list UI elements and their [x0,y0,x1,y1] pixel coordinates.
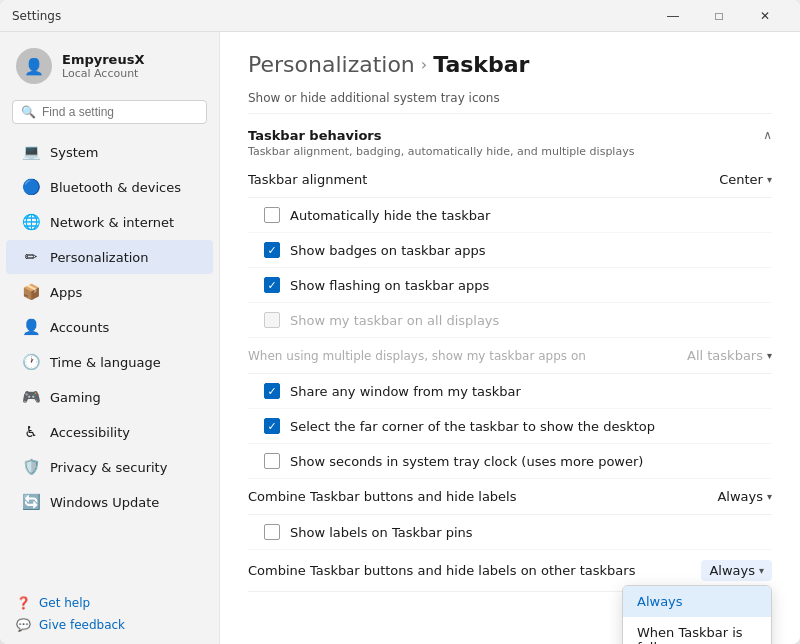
behaviors-section-header[interactable]: Taskbar behaviors Taskbar alignment, bad… [248,116,772,162]
combine-buttons-select[interactable]: Always ▾ [717,489,772,504]
maximize-button[interactable]: □ [696,0,742,32]
search-input[interactable] [42,105,198,119]
sidebar-item-label: Privacy & security [50,460,167,475]
window-title: Settings [12,9,650,23]
show-seconds-checkbox[interactable] [264,453,280,469]
far-corner-checkbox[interactable] [264,418,280,434]
far-corner-row: Select the far corner of the taskbar to … [248,409,772,444]
give-feedback-link[interactable]: 💬 Give feedback [16,618,203,632]
auto-hide-row: Automatically hide the taskbar [248,198,772,233]
close-button[interactable]: ✕ [742,0,788,32]
far-corner-label: Select the far corner of the taskbar to … [290,419,772,434]
content-body: Show or hide additional system tray icon… [220,85,800,612]
show-badges-checkbox[interactable] [264,242,280,258]
share-window-label: Share any window from my taskbar [290,384,772,399]
breadcrumb-separator: › [421,55,427,74]
dropdown-item-when-full[interactable]: When Taskbar is full [623,617,771,644]
feedback-icon: 💬 [16,618,31,632]
user-profile[interactable]: 👤 EmpyreusX Local Account [0,32,219,96]
show-labels-row: Show labels on Taskbar pins [248,515,772,550]
sidebar-item-accessibility[interactable]: ♿ Accessibility [6,415,213,449]
combine-other-value: Always [709,563,755,578]
system-icon: 💻 [22,143,40,161]
dropdown-popup: Always When Taskbar is full Never [622,585,772,644]
sidebar: 👤 EmpyreusX Local Account 🔍 💻 System 🔵 B… [0,32,220,644]
windows-update-icon: 🔄 [22,493,40,511]
dropdown-item-always[interactable]: Always [623,586,771,617]
personalization-icon: ✏️ [22,248,40,266]
sidebar-item-personalization[interactable]: ✏️ Personalization [6,240,213,274]
gaming-icon: 🎮 [22,388,40,406]
all-displays-checkbox[interactable] [264,312,280,328]
sidebar-item-network[interactable]: 🌐 Network & internet [6,205,213,239]
accessibility-icon: ♿ [22,423,40,441]
avatar: 👤 [16,48,52,84]
apps-icon: 📦 [22,283,40,301]
show-flashing-label: Show flashing on taskbar apps [290,278,772,293]
sidebar-item-label: Accounts [50,320,109,335]
sidebar-item-windows-update[interactable]: 🔄 Windows Update [6,485,213,519]
combine-other-dropdown-container: Always ▾ Always When Taskbar is full Nev… [701,560,772,581]
multiple-displays-select[interactable]: All taskbars ▾ [687,348,772,363]
sidebar-item-time[interactable]: 🕐 Time & language [6,345,213,379]
user-type: Local Account [62,67,144,80]
show-flashing-row: Show flashing on taskbar apps [248,268,772,303]
breadcrumb: Personalization › Taskbar [248,52,772,77]
section-chevron-icon: ∧ [763,128,772,142]
bluetooth-icon: 🔵 [22,178,40,196]
help-icon: ❓ [16,596,31,610]
network-icon: 🌐 [22,213,40,231]
section-hint: Show or hide additional system tray icon… [248,85,772,114]
breadcrumb-current: Taskbar [433,52,529,77]
alignment-label: Taskbar alignment [248,172,719,187]
sidebar-item-label: Network & internet [50,215,174,230]
all-displays-row: Show my taskbar on all displays [248,303,772,338]
sidebar-item-label: Personalization [50,250,149,265]
sidebar-item-system[interactable]: 💻 System [6,135,213,169]
combine-other-label: Combine Taskbar buttons and hide labels … [248,563,701,578]
auto-hide-checkbox[interactable] [264,207,280,223]
sidebar-item-label: System [50,145,98,160]
alignment-chevron-icon: ▾ [767,174,772,185]
combine-buttons-label: Combine Taskbar buttons and hide labels [248,489,717,504]
title-bar: Settings — □ ✕ [0,0,800,32]
multiple-displays-label: When using multiple displays, show my ta… [248,349,687,363]
all-displays-label: Show my taskbar on all displays [290,313,772,328]
sidebar-item-label: Accessibility [50,425,130,440]
accounts-icon: 👤 [22,318,40,336]
search-box[interactable]: 🔍 [12,100,207,124]
show-badges-label: Show badges on taskbar apps [290,243,772,258]
sidebar-footer: ❓ Get help 💬 Give feedback [0,584,219,644]
show-labels-label: Show labels on Taskbar pins [290,525,772,540]
content-area: Personalization › Taskbar Show or hide a… [220,32,800,644]
combine-other-chevron-icon: ▾ [759,565,764,576]
sidebar-item-gaming[interactable]: 🎮 Gaming [6,380,213,414]
dropdown-popup-wrapper: Always When Taskbar is full Never [622,585,772,644]
combine-buttons-value: Always [717,489,763,504]
alignment-row: Taskbar alignment Center ▾ [248,162,772,198]
show-seconds-label: Show seconds in system tray clock (uses … [290,454,772,469]
multiple-displays-chevron-icon: ▾ [767,350,772,361]
time-icon: 🕐 [22,353,40,371]
alignment-value: Center [719,172,763,187]
sidebar-item-bluetooth[interactable]: 🔵 Bluetooth & devices [6,170,213,204]
sidebar-item-accounts[interactable]: 👤 Accounts [6,310,213,344]
behaviors-section-info: Taskbar behaviors Taskbar alignment, bad… [248,128,634,158]
sidebar-item-label: Bluetooth & devices [50,180,181,195]
share-window-checkbox[interactable] [264,383,280,399]
sidebar-item-apps[interactable]: 📦 Apps [6,275,213,309]
show-flashing-checkbox[interactable] [264,277,280,293]
show-labels-checkbox[interactable] [264,524,280,540]
sidebar-item-label: Windows Update [50,495,159,510]
combine-buttons-chevron-icon: ▾ [767,491,772,502]
sidebar-item-label: Apps [50,285,82,300]
sidebar-item-label: Gaming [50,390,101,405]
combine-other-select[interactable]: Always ▾ [701,560,772,581]
get-help-link[interactable]: ❓ Get help [16,596,203,610]
minimize-button[interactable]: — [650,0,696,32]
sidebar-item-privacy[interactable]: 🛡️ Privacy & security [6,450,213,484]
window-controls: — □ ✕ [650,0,788,32]
combine-other-row: Combine Taskbar buttons and hide labels … [248,550,772,592]
alignment-select[interactable]: Center ▾ [719,172,772,187]
user-info: EmpyreusX Local Account [62,52,144,80]
